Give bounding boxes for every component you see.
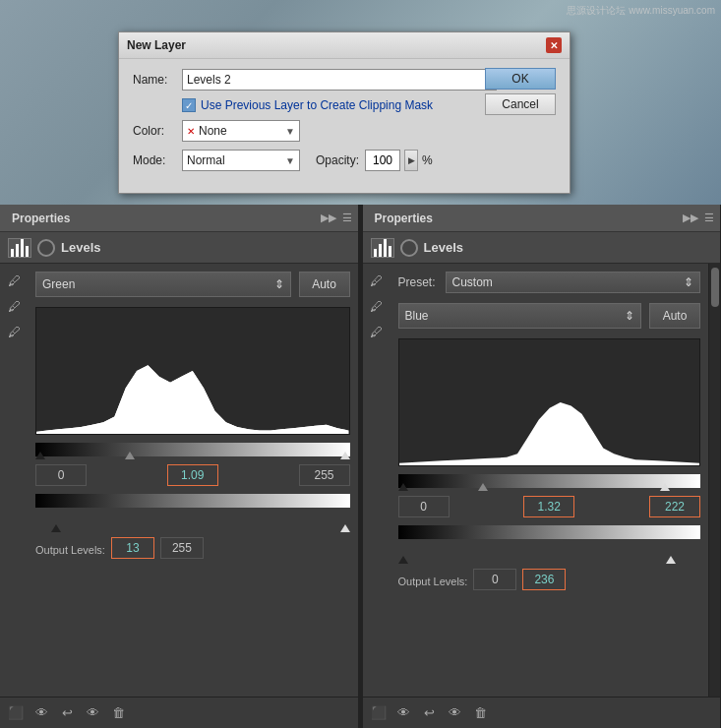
right-preset-select[interactable]: Custom ⇕: [446, 272, 701, 293]
scrollbar-thumb[interactable]: [711, 268, 719, 307]
right-bottom-mask-icon[interactable]: ⬛: [369, 703, 389, 723]
color-select[interactable]: ✕ None ▼: [182, 120, 300, 142]
right-panel: Properties ▶▶ ☰ Levels 🖊 🖊 🖊: [363, 205, 722, 728]
left-panel-tab[interactable]: Properties: [6, 210, 76, 227]
ok-button[interactable]: OK: [485, 68, 556, 90]
left-mid-handle[interactable]: [125, 452, 135, 459]
right-panel-tab[interactable]: Properties: [369, 210, 439, 227]
right-eyedropper-white-tool[interactable]: 🖊: [366, 321, 388, 342]
right-eyedropper-gray-tool[interactable]: 🖊: [366, 295, 388, 317]
right-preset-arrow: ⇕: [684, 275, 693, 289]
right-mid-handle[interactable]: [478, 483, 488, 491]
right-output-slider[interactable]: [398, 547, 701, 563]
dialog-title: New Layer: [127, 38, 186, 52]
left-input-slider[interactable]: [35, 441, 350, 458]
left-bottom-undo-icon[interactable]: ↩: [57, 703, 77, 723]
right-output-row: Output Levels:: [398, 569, 701, 590]
left-channel-select[interactable]: Green ⇕: [35, 272, 291, 297]
left-output-gradient: [35, 494, 350, 508]
right-out-black-handle[interactable]: [398, 556, 408, 564]
color-value: None: [199, 124, 285, 138]
cancel-button[interactable]: Cancel: [485, 93, 556, 115]
levels-icon: [8, 238, 31, 258]
right-preset-value: Custom: [452, 275, 493, 289]
right-adjustment-circle-icon[interactable]: [400, 239, 418, 257]
left-panel-menu-icon[interactable]: ☰: [342, 212, 352, 224]
right-input-mid[interactable]: [523, 496, 574, 517]
right-input-values: [398, 496, 701, 517]
left-input-black[interactable]: [35, 464, 87, 486]
opacity-input[interactable]: [365, 150, 400, 171]
right-auto-button[interactable]: Auto: [649, 303, 700, 329]
right-channel-row: Blue ⇕ Auto: [398, 303, 701, 329]
left-output-white[interactable]: [160, 537, 204, 559]
right-channel-arrow: ⇕: [625, 309, 634, 323]
right-histogram: [398, 338, 701, 466]
right-output-white[interactable]: [522, 569, 566, 590]
right-slider-track: [398, 474, 701, 488]
opacity-unit: %: [422, 153, 433, 167]
right-channel-value: Blue: [405, 309, 429, 323]
right-bottom-eye2-icon[interactable]: 👁: [446, 703, 465, 723]
left-panel-bottom: ⬛ 👁 ↩ 👁 🗑: [0, 697, 358, 728]
left-input-mid[interactable]: [167, 464, 218, 486]
right-black-handle[interactable]: [398, 483, 408, 491]
mode-dropdown-arrow: ▼: [285, 155, 295, 166]
right-scrollbar[interactable]: [708, 264, 720, 697]
mode-row: Mode: Normal ▼ Opacity: ▶ %: [133, 150, 556, 171]
mode-select[interactable]: Normal ▼: [182, 150, 300, 171]
right-panel-content: Preset: Custom ⇕ Blue ⇕ Auto: [391, 264, 709, 697]
color-label: Color:: [133, 124, 182, 138]
left-panel-expand-icon[interactable]: ▶▶: [321, 212, 336, 224]
left-out-white-handle[interactable]: [340, 524, 350, 532]
dialog-titlebar: New Layer ✕: [119, 32, 570, 59]
left-black-handle[interactable]: [35, 452, 45, 459]
close-button[interactable]: ✕: [546, 37, 562, 53]
dialog-buttons: OK Cancel: [485, 68, 556, 115]
right-preset-row: Preset: Custom ⇕: [398, 272, 701, 293]
left-panel-inner: 🖊 🖊 🖊 Green ⇕ Auto: [0, 264, 358, 697]
right-bottom-eye-icon[interactable]: 👁: [394, 703, 414, 723]
right-eyedropper-black-tool[interactable]: 🖊: [366, 270, 388, 291]
dialog-body: Name: ✓ Use Previous Layer to Create Cli…: [119, 59, 570, 193]
left-white-handle[interactable]: [340, 452, 350, 459]
left-channel-arrow: ⇕: [274, 277, 284, 291]
right-tools-column: 🖊 🖊 🖊: [363, 264, 391, 697]
clipping-mask-checkbox[interactable]: ✓: [182, 98, 196, 112]
left-output-black[interactable]: [111, 537, 154, 559]
opacity-group: ▶ %: [365, 150, 433, 171]
eyedropper-white-tool[interactable]: 🖊: [3, 321, 25, 342]
right-input-slider[interactable]: [398, 472, 701, 490]
left-bottom-eye2-icon[interactable]: 👁: [83, 703, 102, 723]
mode-value: Normal: [187, 153, 285, 167]
left-bottom-trash-icon[interactable]: 🗑: [108, 703, 128, 723]
left-tools-column: 🖊 🖊 🖊: [0, 264, 28, 697]
adjustment-circle-icon[interactable]: [37, 239, 55, 257]
left-channel-row: Green ⇕ Auto: [35, 272, 350, 297]
left-input-white[interactable]: [299, 464, 350, 486]
left-bottom-mask-icon[interactable]: ⬛: [6, 703, 26, 723]
left-out-black-handle[interactable]: [51, 524, 61, 532]
eyedropper-gray-tool[interactable]: 🖊: [3, 295, 25, 317]
left-output-slider[interactable]: [35, 516, 350, 531]
left-auto-button[interactable]: Auto: [299, 272, 350, 297]
eyedropper-black-tool[interactable]: 🖊: [3, 270, 25, 291]
panels-area: Properties ▶▶ ☰ Levels 🖊 🖊 🖊: [0, 205, 721, 728]
right-out-white-handle[interactable]: [666, 556, 676, 564]
right-white-handle[interactable]: [660, 483, 670, 491]
right-bottom-trash-icon[interactable]: 🗑: [471, 703, 491, 723]
right-output-black[interactable]: [473, 569, 516, 590]
right-input-white[interactable]: [649, 496, 700, 517]
right-panel-expand-icon[interactable]: ▶▶: [683, 212, 698, 224]
right-bottom-undo-icon[interactable]: ↩: [420, 703, 440, 723]
left-panel-content: Green ⇕ Auto: [28, 264, 358, 697]
name-input[interactable]: [182, 69, 497, 91]
right-panel-menu-icon[interactable]: ☰: [704, 212, 714, 224]
left-panel: Properties ▶▶ ☰ Levels 🖊 🖊 🖊: [0, 205, 359, 728]
opacity-stepper[interactable]: ▶: [404, 150, 418, 171]
left-slider-track: [35, 443, 350, 456]
right-levels-title: Levels: [424, 240, 463, 255]
left-bottom-eye-icon[interactable]: 👁: [31, 703, 51, 723]
right-channel-select[interactable]: Blue ⇕: [398, 303, 642, 329]
right-input-black[interactable]: [398, 496, 450, 517]
